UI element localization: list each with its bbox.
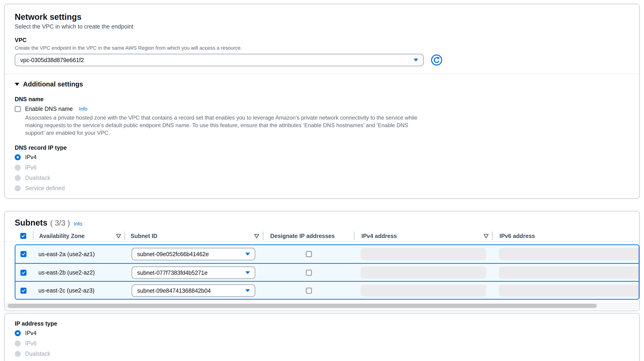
column-separator	[492, 232, 492, 240]
ipv4-address-field	[361, 267, 486, 279]
network-settings-title: Network settings	[15, 12, 629, 22]
enable-dns-checkbox-label: Enable DNS name	[25, 105, 73, 112]
column-header-ipv6-address[interactable]: IPv6 address	[500, 233, 535, 239]
radio-label: IPv4	[25, 330, 36, 337]
vpc-select-value: vpc-0305d38d879e661f2	[20, 57, 84, 63]
subnet-id-select[interactable]: subnet-09e84741368842b04	[132, 285, 255, 297]
availability-zone-cell: us-east-2a (use2-az1)	[38, 251, 95, 258]
subnet-id-select[interactable]: subnet-09e052fc66b41462e	[132, 248, 255, 260]
radio-label: Service defined	[25, 185, 65, 192]
ip-address-type-label: IP address type	[15, 320, 629, 327]
designate-ip-checkbox[interactable]	[306, 288, 312, 294]
radio-selected-icon[interactable]	[15, 154, 21, 160]
designate-ip-checkbox[interactable]	[306, 270, 312, 276]
horizontal-scrollbar-track	[5, 303, 639, 309]
subnets-table-body: us-east-2a (use2-az1)subnet-09e052fc66b4…	[15, 244, 640, 300]
chevron-down-icon	[245, 271, 250, 274]
column-header-availability-zone[interactable]: Availability Zone	[39, 233, 85, 239]
network-settings-subtitle: Select the VPC in which to create the en…	[15, 23, 629, 30]
vpc-description: Create the VPC endpoint in the VPC in th…	[15, 45, 629, 51]
subnets-count: ( 3/3 )	[50, 219, 70, 227]
radio-icon	[15, 185, 21, 191]
subnets-title: Subnets	[15, 218, 48, 228]
dns-record-ip-type-radio-group: IPv4IPv6DualstackService defined	[15, 154, 629, 192]
designate-ip-checkbox[interactable]	[306, 251, 312, 257]
network-settings-card: Network settings Select the VPC in which…	[4, 4, 640, 199]
dns-record-ip-type-radio-ipv6: IPv6	[15, 164, 629, 171]
section-divider	[4, 74, 640, 74]
chevron-down-icon	[245, 253, 250, 256]
column-separator	[33, 232, 33, 240]
ip-address-type-radio-ipv6: IPv6	[15, 340, 629, 347]
dns-record-ip-type-label: DNS record IP type	[15, 144, 629, 151]
column-header-subnet-id[interactable]: Subnet ID	[130, 233, 158, 239]
radio-label: IPv6	[25, 340, 36, 347]
vpc-label: VPC	[15, 37, 629, 43]
radio-label: Dualstack	[25, 175, 50, 181]
ipv6-address-field	[499, 285, 640, 297]
column-separator	[354, 232, 354, 240]
ip-address-type-card: IP address type IPv4IPv6Dualstack	[4, 313, 640, 361]
table-row: us-east-2a (use2-az1)subnet-09e052fc66b4…	[16, 245, 639, 263]
ip-address-type-radio-group: IPv4IPv6Dualstack	[15, 330, 629, 357]
additional-settings-label: Additional settings	[23, 80, 83, 88]
horizontal-scrollbar-thumb[interactable]	[8, 304, 597, 308]
select-all-checkbox[interactable]	[20, 233, 26, 239]
subnet-id-select-value: subnet-09e84741368842b04	[137, 287, 211, 294]
vpc-row: vpc-0305d38d879e661f2	[15, 54, 629, 66]
dns-record-ip-type-radio-dualstack: Dualstack	[15, 175, 629, 181]
chevron-down-icon	[15, 83, 19, 86]
subnet-id-select[interactable]: subnet-077f7383fd4b5271e	[132, 267, 255, 279]
radio-label: Dualstack	[25, 351, 50, 357]
ipv4-address-field	[361, 248, 486, 260]
radio-icon	[15, 341, 21, 347]
row-checkbox[interactable]	[20, 251, 26, 257]
radio-selected-icon[interactable]	[15, 330, 21, 336]
ipv6-address-field	[499, 267, 640, 279]
column-separator	[263, 232, 263, 240]
ip-address-type-radio-dualstack: Dualstack	[15, 351, 629, 357]
dns-record-ip-type-radio-ipv4[interactable]: IPv4	[15, 154, 629, 160]
chevron-down-icon	[414, 58, 418, 62]
vpc-select[interactable]: vpc-0305d38d879e661f2	[15, 54, 424, 66]
availability-zone-cell: us-east-2b (use2-az2)	[38, 269, 95, 276]
radio-icon	[15, 165, 21, 171]
row-checkbox[interactable]	[20, 288, 26, 294]
subnet-id-select-value: subnet-09e052fc66b41462e	[137, 251, 209, 258]
filter-icon[interactable]	[254, 234, 260, 239]
enable-dns-checkbox[interactable]	[15, 106, 21, 112]
ipv4-address-field	[361, 285, 486, 297]
radio-label: IPv6	[25, 164, 36, 171]
availability-zone-cell: us-east-2c (use2-az3)	[38, 287, 94, 294]
column-separator	[124, 232, 125, 240]
table-row: us-east-2b (use2-az2)subnet-077f7383fd4b…	[16, 263, 639, 281]
subnets-info-link[interactable]: Info	[74, 221, 82, 227]
dns-name-info-link[interactable]: Info	[79, 106, 88, 112]
ip-address-type-radio-ipv4[interactable]: IPv4	[15, 330, 629, 337]
additional-settings-expander[interactable]: Additional settings	[15, 80, 629, 88]
filter-icon[interactable]	[116, 234, 121, 239]
radio-icon	[15, 351, 21, 357]
row-checkbox[interactable]	[20, 270, 26, 276]
ipv6-address-field	[499, 248, 640, 260]
enable-dns-row: Enable DNS name Info	[15, 105, 629, 112]
refresh-button[interactable]	[431, 54, 442, 66]
dns-name-label: DNS name	[15, 96, 629, 102]
subnet-id-select-value: subnet-077f7383fd4b5271e	[137, 270, 208, 276]
column-header-designate-ip[interactable]: Designate IP addresses	[270, 233, 335, 239]
subnets-card: Subnets ( 3/3 ) Info Availability Zone S…	[4, 211, 640, 311]
filter-icon[interactable]	[483, 234, 489, 239]
chevron-down-icon	[245, 289, 250, 292]
table-row: us-east-2c (use2-az3)subnet-09e847413688…	[16, 281, 639, 299]
column-header-ipv4-address[interactable]: IPv4 address	[361, 233, 397, 239]
dns-record-ip-type-radio-service-defined: Service defined	[15, 185, 629, 192]
subnets-table-header: Availability Zone Subnet ID Designate IP…	[4, 231, 640, 242]
radio-icon	[15, 175, 21, 181]
dns-name-help-text: Associates a private hosted zone with th…	[25, 114, 424, 137]
subnets-header: Subnets ( 3/3 ) Info	[4, 218, 640, 228]
refresh-icon	[431, 63, 442, 66]
radio-label: IPv4	[25, 154, 36, 160]
